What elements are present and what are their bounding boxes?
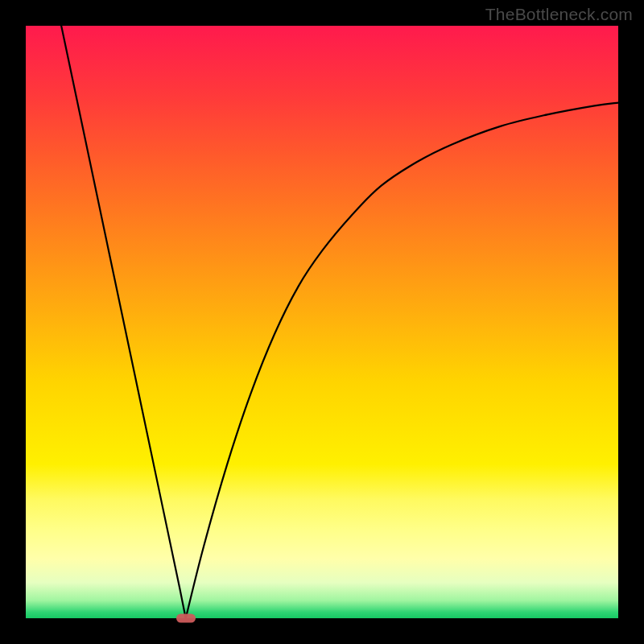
plot-gradient-area [26,26,618,618]
frame: TheBottleneck.com [0,0,644,644]
curve-right-branch [186,103,618,618]
minimum-marker [176,614,196,623]
bottleneck-curve [26,26,618,618]
watermark-text: TheBottleneck.com [485,5,633,24]
curve-left-branch [61,26,186,618]
